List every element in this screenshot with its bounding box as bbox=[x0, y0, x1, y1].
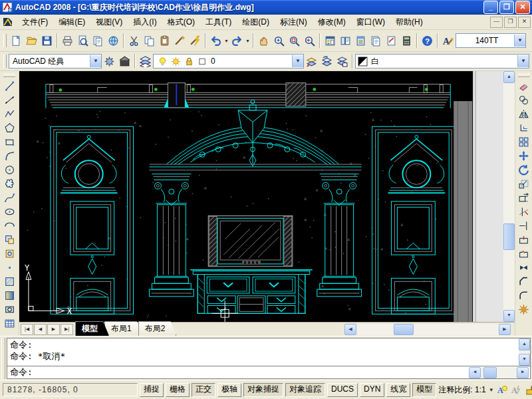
array-icon[interactable] bbox=[516, 135, 532, 149]
rotate-icon[interactable] bbox=[516, 163, 532, 177]
join-icon[interactable] bbox=[516, 261, 532, 275]
scroll-thumb[interactable] bbox=[483, 367, 497, 378]
layer-states-manager-icon[interactable] bbox=[334, 54, 350, 69]
insert-block-icon[interactable] bbox=[1, 233, 17, 247]
polygon-icon[interactable] bbox=[1, 121, 17, 135]
scroll-up-icon[interactable]: ▲ bbox=[519, 338, 530, 350]
restore-button[interactable]: ❐ bbox=[499, 1, 514, 14]
layer-previous-icon[interactable] bbox=[319, 54, 334, 69]
stretch-icon[interactable] bbox=[516, 191, 532, 205]
plot-icon[interactable] bbox=[60, 33, 75, 49]
chevron-down-icon[interactable]: ▼ bbox=[514, 35, 525, 47]
tab-layout2[interactable]: 布局2 bbox=[138, 321, 177, 336]
design-center-icon[interactable] bbox=[338, 33, 353, 49]
polyline-icon[interactable] bbox=[1, 107, 17, 121]
make-object-layer-current-icon[interactable] bbox=[304, 54, 319, 69]
layer-combo[interactable]: 0 ▼ bbox=[153, 54, 304, 68]
menu-view[interactable]: 视图(V) bbox=[90, 15, 128, 30]
horizontal-scrollbar[interactable]: ◀ ▶ bbox=[344, 324, 511, 335]
menu-tools[interactable]: 工具(T) bbox=[200, 15, 237, 30]
workspace-settings-icon[interactable] bbox=[102, 54, 117, 69]
chevron-down-icon[interactable]: ▼ bbox=[223, 39, 229, 43]
annotation-autoscale-icon[interactable]: A bbox=[511, 384, 522, 396]
drawing-canvas[interactable]: Y X bbox=[19, 71, 503, 322]
help-icon[interactable]: ? bbox=[420, 33, 435, 49]
undo-icon[interactable] bbox=[208, 33, 223, 49]
layer-freeze-sun-icon[interactable] bbox=[171, 57, 181, 66]
toggle-ortho[interactable]: 正交 bbox=[192, 383, 215, 397]
scroll-down-icon[interactable]: ▼ bbox=[503, 310, 515, 322]
ellipse-arc-icon[interactable] bbox=[1, 219, 17, 233]
menu-insert[interactable]: 插入(I) bbox=[128, 15, 162, 30]
scroll-down-icon[interactable]: ▼ bbox=[519, 354, 530, 366]
vertical-scroll-thumb[interactable] bbox=[503, 223, 515, 250]
paste-icon[interactable] bbox=[157, 33, 172, 49]
extend-icon[interactable] bbox=[516, 219, 532, 233]
rectangle-icon[interactable] bbox=[1, 135, 17, 149]
break-icon[interactable] bbox=[516, 247, 532, 261]
coordinate-readout[interactable]: 81278, -16805, 0 bbox=[3, 383, 138, 396]
offset-icon[interactable] bbox=[516, 121, 532, 135]
annotation-scale-value[interactable]: 1:1 bbox=[475, 385, 486, 394]
vertical-scrollbar[interactable]: ▲ ▼ bbox=[503, 71, 515, 322]
toggle-model[interactable]: 模型 bbox=[412, 383, 436, 397]
tab-model[interactable]: 模型 bbox=[75, 321, 109, 336]
hatch-icon[interactable] bbox=[1, 275, 17, 289]
command-hscrollbar[interactable]: ◀ ▶ bbox=[469, 367, 529, 378]
close-button[interactable]: ✕ bbox=[515, 1, 530, 14]
line-icon[interactable] bbox=[1, 79, 17, 93]
toggle-osnap[interactable]: 对象捕捉 bbox=[243, 383, 283, 397]
text-style-combo[interactable]: 140TT ▼ bbox=[456, 33, 526, 48]
scroll-up-icon[interactable]: ▲ bbox=[503, 71, 515, 83]
redo-icon[interactable] bbox=[229, 33, 245, 49]
zoom-realtime-icon[interactable] bbox=[271, 33, 287, 49]
mdi-close-button[interactable]: ✕ bbox=[518, 17, 531, 28]
tab-next-button[interactable]: ▶ bbox=[47, 324, 60, 335]
chevron-down-icon[interactable]: ▼ bbox=[517, 55, 529, 67]
mirror-icon[interactable] bbox=[516, 107, 532, 121]
block-editor-icon[interactable] bbox=[188, 33, 203, 49]
chevron-down-icon[interactable]: ▼ bbox=[489, 387, 494, 393]
menu-format[interactable]: 格式(O) bbox=[162, 15, 200, 30]
region-icon[interactable] bbox=[1, 303, 17, 317]
mdi-minimize-button[interactable]: — bbox=[490, 17, 503, 28]
fillet-icon[interactable] bbox=[516, 289, 532, 303]
layer-color-swatch-icon[interactable] bbox=[198, 57, 207, 66]
toolbar-grip[interactable] bbox=[3, 34, 7, 47]
tab-first-button[interactable]: |◀ bbox=[21, 324, 33, 335]
circle-icon[interactable] bbox=[1, 163, 17, 177]
menu-draw[interactable]: 绘图(D) bbox=[237, 15, 275, 30]
workspace-combo[interactable]: AutoCAD 经典 ▼ bbox=[9, 54, 102, 68]
explode-icon[interactable] bbox=[516, 303, 532, 317]
menu-help[interactable]: 帮助(H) bbox=[390, 15, 428, 30]
match-properties-icon[interactable] bbox=[172, 33, 188, 49]
chevron-down-icon[interactable]: ▼ bbox=[292, 55, 303, 67]
title-bar[interactable]: AutoCAD 2008 - [G:\重庆时代培训学校\CAD作业\徐昌明作业.… bbox=[0, 0, 532, 15]
toolbar-grip[interactable] bbox=[518, 74, 530, 77]
color-combo[interactable]: 白 ▼ bbox=[355, 54, 529, 68]
plot-preview-icon[interactable] bbox=[75, 33, 90, 49]
toolbar-grip[interactable] bbox=[3, 55, 7, 68]
sheet-set-manager-icon[interactable] bbox=[368, 33, 384, 49]
chevron-down-icon[interactable]: ▼ bbox=[245, 39, 251, 43]
scroll-left-icon[interactable]: ◀ bbox=[344, 324, 356, 335]
menu-file[interactable]: 文件(F) bbox=[17, 15, 53, 30]
scale-icon[interactable] bbox=[516, 177, 532, 191]
scroll-left-icon[interactable]: ◀ bbox=[469, 367, 481, 378]
toggle-lwt[interactable]: 线宽 bbox=[386, 383, 410, 397]
revision-cloud-icon[interactable] bbox=[1, 177, 17, 191]
layer-on-bulb-icon[interactable] bbox=[158, 57, 168, 66]
tool-palettes-icon[interactable] bbox=[353, 33, 368, 49]
trim-icon[interactable] bbox=[516, 205, 532, 219]
erase-icon[interactable] bbox=[516, 79, 532, 93]
my-workspace-icon[interactable] bbox=[117, 54, 132, 69]
break-at-point-icon[interactable] bbox=[516, 233, 532, 247]
toolbar-grip[interactable] bbox=[3, 74, 15, 77]
3d-dwf-icon[interactable] bbox=[106, 33, 121, 49]
tab-layout1[interactable]: 布局1 bbox=[104, 321, 143, 336]
minimize-button[interactable]: _ bbox=[483, 1, 498, 14]
menu-edit[interactable]: 编辑(E) bbox=[53, 15, 90, 30]
tab-last-button[interactable]: ▶| bbox=[61, 324, 73, 335]
move-icon[interactable] bbox=[516, 149, 532, 163]
menu-dimension[interactable]: 标注(N) bbox=[275, 15, 313, 30]
